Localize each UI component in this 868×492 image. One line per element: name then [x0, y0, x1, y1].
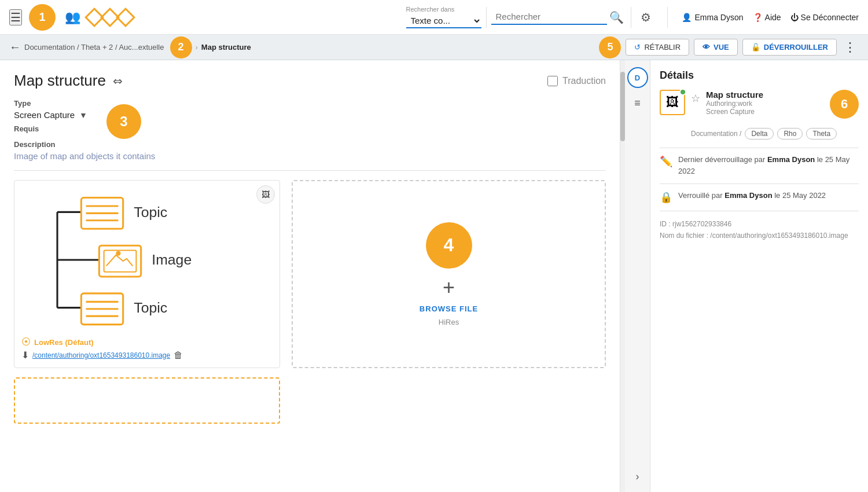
- translation-area: Traduction: [547, 76, 606, 86]
- translation-checkbox[interactable]: [547, 76, 558, 86]
- sidebar-icon-strip: D ≡ ›: [625, 60, 650, 492]
- deverrouiller-button[interactable]: 🔓 DÉVERROUILLER: [742, 39, 837, 56]
- bottom-add-area[interactable]: [14, 377, 280, 424]
- more-options-button[interactable]: ⋮: [841, 40, 859, 55]
- details-filename: Nom du fichier : /content/authoring/oxt1…: [660, 230, 859, 241]
- hamburger-menu-button[interactable]: ☰: [9, 9, 22, 25]
- user-name: Emma Dyson: [695, 13, 744, 22]
- numbered-circle-5: 5: [599, 36, 621, 58]
- tag-prefix-label: Documentation /: [691, 130, 741, 138]
- lock-suffix: le 25 May 2022: [773, 191, 826, 200]
- people-icon: 👥: [65, 10, 80, 25]
- search-sep: [631, 7, 631, 28]
- page-title-row: Map structure ⇔ Traduction: [14, 72, 606, 90]
- svg-text:Topic: Topic: [134, 204, 167, 220]
- vue-label: VUE: [713, 43, 729, 52]
- svg-text:Image: Image: [152, 252, 192, 267]
- sidebar-expand-button[interactable]: ›: [631, 466, 644, 487]
- map-structure-svg: Topic Image Topic: [21, 188, 273, 332]
- delete-icon[interactable]: 🗑: [174, 350, 183, 361]
- numbered-circle-2: 2: [170, 36, 192, 58]
- type-row: Screen Capture ▼ 3: [14, 110, 606, 120]
- main-area: Map structure ⇔ Traduction Type Screen C…: [0, 60, 868, 492]
- retablir-icon: ↺: [634, 43, 641, 52]
- compare-icon[interactable]: ⇔: [113, 74, 123, 88]
- type-label: Type: [14, 99, 606, 108]
- d-label: D: [635, 74, 640, 82]
- retablir-button[interactable]: ↺ RÉTABLIR: [626, 39, 689, 56]
- details-edit-row: ✏️ Dernier déverrouillage par Emma Dyson…: [660, 154, 859, 177]
- map-svg-area: Topic Image Topic: [21, 188, 273, 332]
- scrollbar-thumb[interactable]: [620, 72, 625, 141]
- details-divider-2: [660, 183, 859, 184]
- search-type-select[interactable]: Texte co...: [406, 14, 481, 28]
- breadcrumb-separator: ›: [196, 43, 198, 52]
- back-button[interactable]: ←: [9, 41, 21, 54]
- pencil-icon: ✏️: [660, 155, 672, 168]
- image-panels: Topic Image Topic: [14, 180, 606, 368]
- browse-file-button[interactable]: BROWSE FILE: [420, 304, 478, 313]
- tag-theta[interactable]: Theta: [806, 128, 837, 139]
- description-label: Description: [14, 140, 606, 149]
- breadcrumb-bar: ← Documentation / Theta + 2 / Auc...extu…: [0, 35, 868, 60]
- lowres-path[interactable]: /content/authoring/oxt1653493186010.imag…: [32, 351, 170, 359]
- description-value: Image of map and objects it contains: [14, 151, 606, 161]
- tag-rho[interactable]: Rho: [777, 128, 803, 139]
- help-icon: ❓: [753, 13, 763, 22]
- tag-delta[interactable]: Delta: [745, 128, 774, 139]
- svg-text:Topic: Topic: [134, 300, 167, 315]
- sidebar-details-tab[interactable]: D: [627, 67, 648, 88]
- item-name: Map structure: [706, 90, 824, 100]
- logo-diamond-3: [116, 8, 135, 27]
- hires-label: HiRes: [439, 318, 459, 326]
- numbered-circle-6: 6: [830, 90, 859, 119]
- add-file-icon: +: [443, 276, 455, 300]
- star-button[interactable]: ☆: [691, 92, 700, 105]
- nav-separator: [667, 7, 668, 28]
- search-area: Rechercher dans Texte co... 🔍 ⚙: [406, 6, 653, 28]
- content-panel: Map structure ⇔ Traduction Type Screen C…: [0, 60, 620, 492]
- logo: [87, 10, 133, 24]
- details-id-section: ID : rjw1562702933846 Nom du fichier : /…: [660, 218, 859, 242]
- details-title: Détails: [660, 69, 859, 82]
- power-icon: ⏻: [790, 13, 799, 22]
- filter-button[interactable]: ⚙: [638, 8, 653, 27]
- svg-point-11: [116, 251, 120, 256]
- help-button[interactable]: ❓ Aide: [753, 13, 781, 22]
- sidebar-list-icon[interactable]: ≡: [634, 97, 641, 109]
- type-value: Screen Capture: [14, 110, 75, 120]
- retablir-label: RÉTABLIR: [644, 43, 681, 52]
- right-sidebar: D ≡ › Détails 🖼 ☆ Map structure Authorin…: [625, 60, 868, 492]
- download-icon[interactable]: ⬇: [21, 350, 29, 361]
- image-action-button[interactable]: 🖼: [256, 185, 275, 204]
- breadcrumb-actions: 5 ↺ RÉTABLIR 👁 VUE 🔓 DÉVERROUILLER ⋮: [597, 36, 859, 58]
- user-menu[interactable]: 👤 Emma Dyson: [682, 13, 744, 22]
- lowres-panel: Topic Image Topic: [14, 180, 280, 368]
- logout-label: Se Déconnecter: [801, 13, 859, 22]
- search-input[interactable]: [491, 9, 607, 25]
- type-dropdown-button[interactable]: ▼: [79, 111, 87, 120]
- lock-prefix: Verrouillé par: [678, 191, 724, 200]
- item-icon-badge: [679, 89, 686, 96]
- deverrouiller-label: DÉVERROUILLER: [764, 43, 828, 52]
- details-edit-text: Dernier déverrouillage par Emma Dyson le…: [678, 154, 859, 177]
- details-id: ID : rjw1562702933846: [660, 218, 859, 230]
- search-label: Rechercher dans: [406, 6, 481, 13]
- logout-button[interactable]: ⏻ Se Déconnecter: [790, 13, 859, 22]
- item-info: Map structure Authoring:work Screen Capt…: [706, 90, 824, 116]
- numbered-circle-4: 4: [426, 222, 472, 269]
- requis-label: Requis: [14, 124, 606, 133]
- search-submit-button[interactable]: 🔍: [607, 8, 626, 27]
- item-icon: 🖼: [660, 90, 685, 115]
- search-type-wrapper: Rechercher dans Texte co...: [406, 6, 481, 28]
- vue-button[interactable]: 👁 VUE: [694, 39, 738, 56]
- lowres-radio-icon: ⦿: [21, 337, 31, 347]
- details-divider-1: [660, 148, 859, 148]
- eye-icon: 👁: [703, 43, 710, 52]
- breadcrumb-path: Documentation / Theta + 2 / Auc...extuel…: [24, 43, 164, 52]
- lock-icon: 🔒: [660, 191, 672, 204]
- item-subtype: Screen Capture: [706, 108, 824, 116]
- details-divider-3: [660, 211, 859, 211]
- translation-label: Traduction: [562, 76, 606, 86]
- details-lock-text: Verrouillé par Emma Dyson le 25 May 2022: [678, 190, 826, 201]
